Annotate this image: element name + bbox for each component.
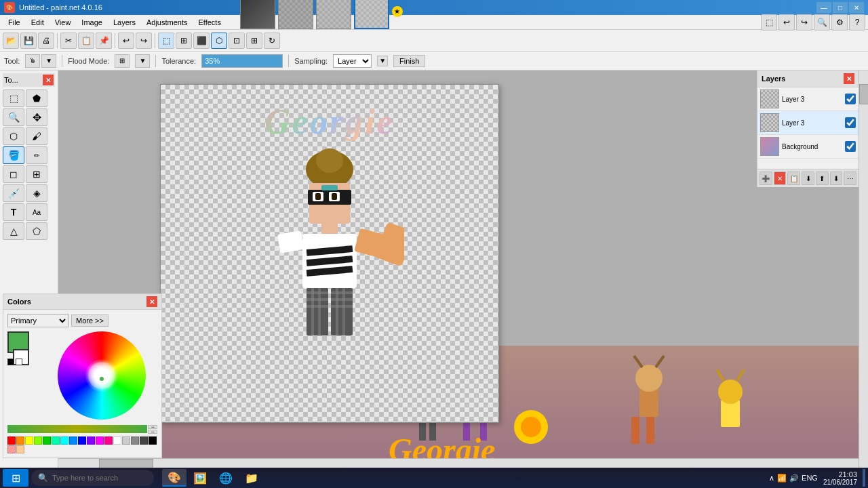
toolbar-select-all[interactable]: ⊞ <box>176 33 192 49</box>
palette-orange[interactable] <box>16 436 24 445</box>
thumbnail-2[interactable] <box>278 0 313 29</box>
maximize-button[interactable]: □ <box>833 2 848 13</box>
menu-edit[interactable]: Edit <box>26 17 50 28</box>
tool-paint-bucket[interactable]: 🪣 <box>3 146 24 164</box>
toolbar-icon-1[interactable]: ⬚ <box>761 14 777 30</box>
more-colors-button[interactable]: More >> <box>71 314 108 327</box>
palette-sky[interactable] <box>69 436 77 445</box>
close-button[interactable]: ✕ <box>849 2 864 13</box>
layers-delete-button[interactable]: ✕ <box>774 171 787 185</box>
thumbnail-1[interactable] <box>240 0 275 29</box>
toolbar-cut[interactable]: ✂ <box>60 33 77 49</box>
tray-arrow[interactable]: ∧ <box>769 474 774 483</box>
palette-cyan[interactable] <box>60 436 68 445</box>
thumbnail-3[interactable] <box>316 0 351 29</box>
menu-file[interactable]: File <box>3 17 26 28</box>
layers-list[interactable]: Layer 3 Layer 3 Background <box>757 87 859 169</box>
toolbar-open[interactable]: 📂 <box>3 33 19 49</box>
layers-more-button[interactable]: ⋯ <box>844 171 856 185</box>
titlebar-controls[interactable]: — □ ✕ <box>816 2 864 13</box>
tool-gradient[interactable]: ◈ <box>26 184 47 202</box>
black-swatch[interactable] <box>7 359 14 365</box>
tool-move[interactable]: ✥ <box>26 108 47 126</box>
search-bar[interactable]: 🔍 <box>31 470 154 486</box>
tool-zoom[interactable]: 🔍 <box>3 108 24 126</box>
taskbar-search-input[interactable] <box>52 474 147 482</box>
layer-visibility-3-top[interactable] <box>845 94 856 104</box>
tool-recolor[interactable]: 🖌 <box>26 127 47 145</box>
tool-pencil[interactable]: ✏ <box>26 146 47 164</box>
palette-red[interactable] <box>7 436 16 445</box>
white-swatch[interactable] <box>16 359 22 365</box>
menu-image[interactable]: Image <box>76 17 108 28</box>
tolerance-input[interactable] <box>201 54 283 68</box>
colors-close-button[interactable]: ✕ <box>146 296 157 307</box>
taskbar-app-paintnet[interactable]: 🎨 <box>162 469 186 487</box>
taskbar-app-files[interactable]: 📁 <box>239 469 264 487</box>
palette-teal[interactable] <box>52 436 60 445</box>
toolbar-icon-3[interactable]: ↪ <box>796 14 812 30</box>
palette-black[interactable] <box>149 436 157 445</box>
start-button[interactable]: ⊞ <box>3 469 28 487</box>
sampling-select[interactable]: Layer Image <box>333 54 372 68</box>
flood-mode-dropdown[interactable]: ▼ <box>135 54 150 68</box>
layer-item-bg[interactable]: Background <box>757 135 859 159</box>
menu-view[interactable]: View <box>50 17 77 28</box>
tool-dropdown[interactable]: ▼ <box>41 54 56 68</box>
primary-select[interactable]: Primary Secondary <box>7 314 68 327</box>
toolbar-resize[interactable]: ⊞ <box>246 33 262 49</box>
palette-darkgray[interactable] <box>140 436 148 445</box>
toolbar-icon-6[interactable]: ? <box>849 14 865 30</box>
menu-effects[interactable]: Effects <box>193 17 226 28</box>
layers-up-button[interactable]: ⬆ <box>816 171 829 185</box>
palette-pink[interactable] <box>104 436 113 445</box>
toolbox-close[interactable]: ✕ <box>43 75 54 85</box>
layers-merge-button[interactable]: ⬇ <box>802 171 814 185</box>
canvas-document[interactable]: Georgie <box>160 84 499 423</box>
tool-select-lasso[interactable]: ⬟ <box>26 89 47 107</box>
tool-clone[interactable]: ⊞ <box>26 165 47 183</box>
sampling-dropdown[interactable]: ▼ <box>377 56 388 66</box>
menu-adjustments[interactable]: Adjustments <box>141 17 193 28</box>
toolbar-icon-5[interactable]: ⚙ <box>831 14 848 30</box>
tool-text[interactable]: T <box>3 203 24 221</box>
taskbar-app-browser[interactable]: 🌐 <box>214 469 238 487</box>
toolbar-deselect[interactable]: ⬚ <box>158 33 174 49</box>
palette-blue[interactable] <box>78 436 86 445</box>
thumbnail-4[interactable] <box>354 0 389 29</box>
toolbar-copy[interactable]: 📋 <box>78 33 94 49</box>
layers-duplicate-button[interactable]: 📋 <box>787 171 800 185</box>
layer-item-3-top[interactable]: Layer 3 <box>757 87 859 111</box>
show-desktop-button[interactable] <box>863 469 865 487</box>
canvas-area[interactable]: Georgie Georgie <box>58 70 868 468</box>
color-wheel[interactable] <box>58 331 146 420</box>
palette-green[interactable] <box>43 436 51 445</box>
layer-visibility-3-mid[interactable] <box>845 117 856 128</box>
tool-freeform[interactable]: ⬠ <box>26 222 47 240</box>
tool-shapes[interactable]: Aa <box>26 203 47 221</box>
layers-add-button[interactable]: ➕ <box>760 171 772 185</box>
toolbar-print[interactable]: 🖨 <box>38 33 54 49</box>
toolbar-icon-2[interactable]: ↩ <box>778 14 795 30</box>
color-wheel-container[interactable] <box>58 331 146 420</box>
toolbar-magic-wand[interactable]: ⬡ <box>211 33 227 49</box>
palette-lightgray[interactable] <box>122 436 130 445</box>
tool-select-rect[interactable]: ⬚ <box>3 89 24 107</box>
vscroll-thumb[interactable] <box>859 84 868 104</box>
palette-o2[interactable] <box>16 445 24 453</box>
palette-violet[interactable] <box>87 436 95 445</box>
menu-layers[interactable]: Layers <box>108 17 141 28</box>
toolbar-rotate[interactable]: ↻ <box>264 33 280 49</box>
palette-r2[interactable] <box>7 445 16 453</box>
minimize-button[interactable]: — <box>816 2 831 13</box>
toolbar-crop[interactable]: ⊡ <box>229 33 245 49</box>
toolbar-paste[interactable]: 📌 <box>96 33 112 49</box>
hscroll-thumb[interactable] <box>99 459 153 468</box>
layers-down-button[interactable]: ⬇ <box>830 171 843 185</box>
toolbar-invert[interactable]: ⬛ <box>193 33 210 49</box>
palette-white[interactable] <box>113 436 121 445</box>
finish-button[interactable]: Finish <box>393 55 425 67</box>
layer-item-3-mid[interactable]: Layer 3 <box>757 111 859 135</box>
layer-visibility-bg[interactable] <box>845 141 856 152</box>
vertical-scrollbar[interactable] <box>859 70 868 468</box>
